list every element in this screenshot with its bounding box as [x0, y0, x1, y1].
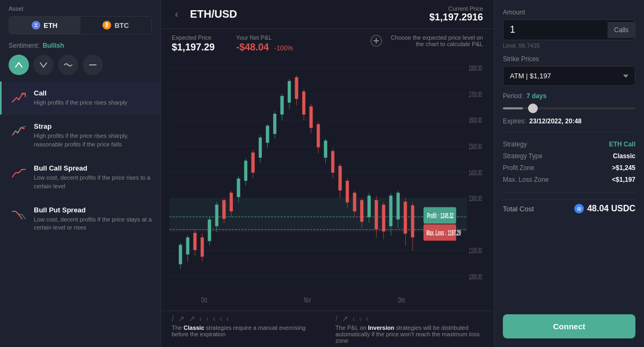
asset-label: Asset — [9, 5, 152, 12]
bull-call-spread-desc: Low cost, decent profits if the price ri… — [34, 174, 152, 190]
period-slider[interactable] — [503, 107, 635, 109]
net-pnl-label: Your Net P&L — [236, 34, 293, 41]
expected-price-label: Expected Price — [172, 34, 215, 41]
total-cost-amount: 48.04 USDC — [587, 204, 635, 213]
svg-text:1500.00: 1500.00 — [469, 142, 482, 150]
svg-rect-71 — [346, 181, 348, 202]
svg-rect-35 — [215, 205, 218, 226]
asset-tab-btc[interactable]: ₿ BTC — [80, 17, 152, 34]
svg-rect-33 — [208, 220, 211, 241]
chart-container[interactable]: 1800.00 1700.00 1600.00 1500.00 1400.00 … — [161, 53, 494, 311]
amount-input[interactable] — [503, 20, 608, 40]
bull-call-spread-text: Bull Call Spread Low cost, decent profit… — [34, 164, 152, 190]
expected-price-block: Expected Price $1,197.29 — [172, 34, 215, 53]
svg-text:1600.00: 1600.00 — [469, 116, 482, 124]
expected-price-value: $1,197.29 — [172, 42, 215, 53]
sentiment-btn-flat[interactable] — [83, 55, 103, 75]
plus-icon — [370, 35, 382, 47]
svg-text:1300.00: 1300.00 — [469, 195, 482, 203]
main-header: ‹ ETH/USD Current Price $1,197.2916 — [161, 0, 494, 29]
footer-pre-classic: The — [172, 324, 184, 331]
bull-put-spread-name: Bull Put Spread — [34, 206, 152, 214]
expires-row: Expires: 23/12/2022, 20:48 — [503, 117, 635, 125]
svg-text:1800.00: 1800.00 — [469, 64, 482, 72]
svg-text:1100.00: 1100.00 — [469, 247, 482, 255]
svg-text:Max. Loss ↓ 1197.29: Max. Loss ↓ 1197.29 — [427, 228, 461, 237]
svg-text:Oct: Oct — [201, 295, 207, 305]
svg-rect-21 — [170, 198, 467, 232]
profit-zone-val: >$1,245 — [612, 164, 635, 172]
info-row-strategy: Strategy ETH Call — [503, 138, 635, 150]
asset-tab-eth[interactable]: Ξ ETH — [9, 17, 80, 34]
price-chart: 1800.00 1700.00 1600.00 1500.00 1400.00 … — [170, 53, 485, 306]
svg-rect-73 — [353, 193, 356, 211]
btc-icon: ₿ — [103, 21, 111, 29]
back-button[interactable]: ‹ — [172, 8, 181, 21]
svg-rect-83 — [390, 196, 392, 226]
connect-button[interactable]: Connect — [503, 314, 635, 338]
strategy-item-bull-put-spread[interactable]: Bull Put Spread Low cost, decent profits… — [0, 198, 160, 240]
net-pnl-block: Your Net P&L -$48.04 -100% — [236, 34, 293, 53]
chart-footer-right: / ↗ ‹ ‹ ‹ The P&L on Inversion strategie… — [319, 314, 483, 344]
svg-rect-69 — [339, 166, 341, 190]
svg-rect-81 — [382, 205, 385, 231]
total-cost-label: Total Cost — [503, 205, 534, 213]
strategy-item-call[interactable]: Call High profits if the price rises sha… — [0, 82, 160, 115]
strategy-key: Strategy — [503, 141, 527, 148]
usdc-icon: ◎ — [574, 204, 584, 213]
period-section: Period: 7 days — [503, 92, 635, 111]
svg-rect-4 — [170, 53, 485, 306]
svg-text:1700.00: 1700.00 — [469, 90, 482, 98]
call-name: Call — [34, 89, 152, 97]
chart-footer-right-text: The P&L on Inversion strategies will be … — [335, 324, 483, 344]
net-pnl-percent: -100% — [274, 45, 293, 52]
bull-call-spread-icon — [10, 164, 27, 181]
sidebar: Asset Ξ ETH ₿ BTC Sentiment: Bullish — [0, 0, 161, 347]
svg-rect-25 — [179, 245, 182, 264]
svg-text:Nov: Nov — [304, 295, 311, 305]
call-text: Call High profits if the price rises sha… — [34, 89, 152, 107]
sentiment-label: Sentiment: — [9, 42, 39, 49]
expires-value: 23/12/2022, 20:48 — [529, 117, 581, 125]
chart-footer: / ↗ ↗ ‹ ‹ ‹ ‹ ‹ The Classic strategies r… — [161, 311, 494, 347]
svg-rect-85 — [397, 193, 399, 219]
chart-footer-left: / ↗ ↗ ‹ ‹ ‹ ‹ ‹ The Classic strategies r… — [172, 314, 319, 337]
svg-text:Profit ↑  1245.32: Profit ↑ 1245.32 — [427, 211, 453, 219]
svg-rect-45 — [252, 153, 254, 172]
chart-footer-left-text: The Classic strategies require a manual … — [172, 324, 319, 337]
svg-rect-51 — [273, 114, 276, 134]
current-price-info: Current Price $1,197.2916 — [429, 5, 483, 23]
strategy-item-strap[interactable]: Strap High profits if the price rises sh… — [0, 115, 160, 157]
svg-rect-49 — [266, 126, 269, 143]
total-cost-row: Total Cost ◎ 48.04 USDC — [503, 199, 635, 218]
call-icon — [10, 89, 27, 106]
sentiment-btn-up[interactable] — [9, 55, 29, 75]
current-price-label: Current Price — [429, 5, 483, 12]
svg-rect-39 — [230, 193, 232, 211]
svg-rect-29 — [194, 233, 196, 250]
strategy-type-val: Classic — [613, 152, 635, 160]
period-value: 7 days — [526, 92, 546, 100]
chart-symbols-left: / ↗ ↗ ‹ ‹ ‹ ‹ ‹ — [172, 314, 319, 323]
strategy-type-key: Strategy Type — [503, 152, 543, 160]
chart-hint: Choose the expected price level on the c… — [386, 34, 483, 47]
current-price-value: $1,197.2916 — [429, 12, 483, 23]
strategy-item-bull-call-spread[interactable]: Bull Call Spread Low cost, decent profit… — [0, 157, 160, 198]
svg-rect-37 — [223, 201, 225, 218]
strategy-list: Call High profits if the price rises sha… — [0, 82, 160, 347]
loss-zone-val: <$1,197 — [612, 176, 635, 183]
asset-tab-eth-label: ETH — [43, 21, 57, 29]
amount-input-row: Calls — [503, 19, 635, 40]
info-row-profit-zone: Profit Zone >$1,245 — [503, 162, 635, 174]
footer-inversion: Inversion — [368, 324, 394, 331]
strap-text: Strap High profits if the price rises sh… — [34, 122, 152, 149]
sentiment-section: Sentiment: Bullish — [0, 39, 160, 55]
sentiment-btn-wave[interactable] — [58, 55, 78, 75]
strike-select[interactable]: ATM | $1,197 — [503, 66, 635, 86]
svg-rect-75 — [361, 201, 363, 222]
calls-badge: Calls — [608, 22, 635, 38]
svg-rect-59 — [302, 92, 305, 114]
sentiment-btn-down[interactable] — [33, 55, 54, 75]
svg-rect-57 — [295, 78, 298, 99]
svg-rect-53 — [281, 97, 283, 114]
